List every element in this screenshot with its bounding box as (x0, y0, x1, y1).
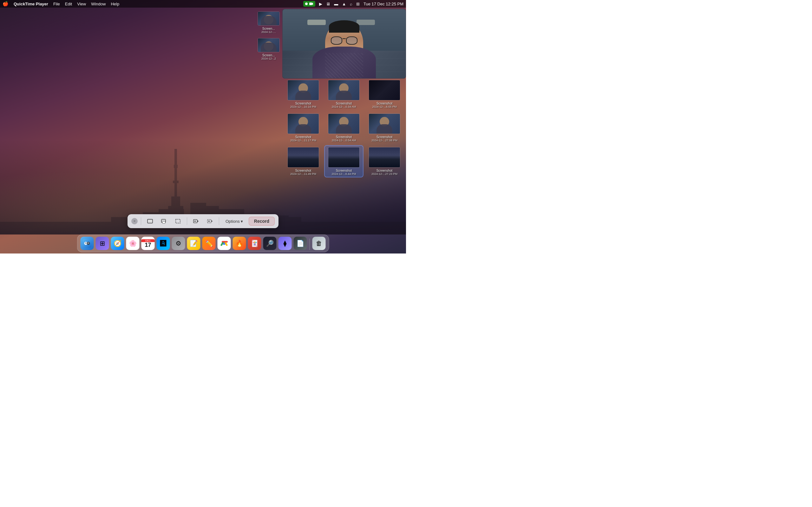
launchpad-icon: ⊞ (100, 239, 105, 247)
partial-screenshot-1[interactable]: Screen... 2024-12-.... (256, 10, 281, 35)
dock-appcloner[interactable]: ⧫ (278, 237, 292, 250)
record-full-button[interactable] (190, 217, 202, 226)
menubar: 🍎 QuickTime Player File Edit View Window… (0, 0, 406, 8)
apple-menu[interactable]: 🍎 (3, 1, 9, 7)
photos-icon: 🌸 (129, 239, 137, 247)
chrome-icon (220, 239, 229, 247)
shirt-pattern (325, 53, 363, 78)
scripteditor-icon: 📄 (296, 239, 304, 247)
screenshot-toolbar: × (128, 214, 278, 228)
camera-icon (309, 2, 313, 6)
screenshot-item-6[interactable]: Screenshot 2024-12-...10.16 PM (284, 78, 322, 110)
dock-flashcard[interactable]: 🃏 (248, 237, 261, 250)
options-label: Options (225, 219, 240, 224)
appstore-icon: 🅰 (160, 240, 166, 247)
svg-marker-17 (312, 3, 313, 5)
trash-icon: 🗑 (316, 240, 322, 247)
finder-icon (83, 239, 92, 248)
screenshot-item-8[interactable]: Screenshot 2024-12-...6.55 PM (365, 78, 403, 110)
options-button[interactable]: Options ▾ (222, 218, 246, 225)
fullscreen-capture-icon (147, 218, 153, 224)
clock: Tue 17 Dec 12:25 PM (363, 2, 403, 6)
camera-recording-indicator[interactable] (303, 1, 315, 7)
person-body (312, 47, 376, 78)
record-button[interactable]: Record (249, 217, 275, 226)
svg-rect-23 (176, 219, 180, 223)
svg-point-34 (88, 243, 89, 244)
window-capture-button[interactable] (158, 217, 170, 226)
flashcard-icon: 🃏 (251, 239, 258, 247)
screenshot-item-7[interactable]: Screenshot 2024-12-...0.34 AM (325, 78, 363, 110)
svg-point-33 (85, 243, 86, 244)
screenshot-item-13[interactable]: Screenshot 2024-12-...6.44 PM (325, 146, 363, 177)
screenshot-name-9: Screenshot (290, 135, 316, 139)
safari-icon: 🧭 (113, 239, 121, 247)
record-selection-button[interactable] (204, 217, 216, 226)
battery-icon[interactable]: ▬ (334, 2, 338, 6)
screenshot-name-14: Screenshot (371, 169, 397, 172)
partial-screenshot-area: Screen... 2024-12-.... Screen... 2024-12… (255, 9, 282, 63)
screenshot-date-11: 2024-12-...27.08 PM (371, 139, 397, 142)
dock-taskheat[interactable]: 🔥 (233, 237, 246, 250)
partial-list: Screen... 2024-12-.... Screen... 2024-12… (255, 9, 282, 63)
notes-icon: 📝 (190, 239, 198, 247)
menu-view[interactable]: View (77, 2, 86, 6)
svg-point-25 (194, 221, 196, 222)
dock-scripts[interactable]: ✏️ (202, 237, 216, 250)
app-name[interactable]: QuickTime Player (14, 2, 48, 6)
dock-separator (310, 239, 310, 250)
dock-settings[interactable]: ⚙ (172, 237, 185, 250)
rakuten-icon: 🔎 (266, 239, 274, 247)
control-center-icon[interactable]: ⊞ (356, 2, 360, 6)
desktop: 🍎 QuickTime Player File Edit View Window… (0, 0, 406, 253)
play-icon[interactable]: ▶ (319, 2, 322, 6)
dock-calendar[interactable]: DEC 17 (142, 237, 155, 250)
screenshot-item-10[interactable]: Screenshot 2024-12-...0.54 AM (325, 112, 363, 143)
screenshot-item-12[interactable]: Screenshot 2024-12-...11.49 PM (284, 146, 322, 177)
toolbar-close-button[interactable]: × (131, 218, 138, 224)
wifi-icon[interactable]: ▲ (342, 2, 346, 6)
menubar-left: 🍎 QuickTime Player File Edit View Window… (3, 1, 119, 7)
menubar-right: ▶ 🖥 ▬ ▲ ⌕ ⊞ Tue 17 Dec 12:25 PM (303, 1, 403, 7)
glasses-left (331, 37, 342, 45)
glasses-right (346, 37, 357, 45)
dock-search[interactable]: 🔎 (263, 237, 276, 250)
partial-screenshot-2[interactable]: Screen... 2024-12-..2 (256, 37, 281, 61)
screenshot-item-9[interactable]: Screenshot 2024-12-...11.17 PM (284, 112, 322, 143)
screenshot-date-6: 2024-12-...10.16 PM (290, 105, 316, 108)
dock-scripteditor[interactable]: 📄 (294, 237, 307, 250)
options-chevron: ▾ (241, 219, 243, 224)
menu-file[interactable]: File (53, 2, 60, 6)
camera-window[interactable] (282, 9, 406, 78)
menu-window[interactable]: Window (91, 2, 106, 6)
fullscreen-capture-button[interactable] (144, 217, 156, 226)
dock-photos[interactable]: 🌸 (126, 237, 140, 250)
screenshot-date-14: 2024-12-...27.23 PM (371, 172, 397, 176)
screenshot-name-6: Screenshot (290, 102, 316, 105)
svg-rect-19 (148, 220, 152, 222)
dock-launchpad[interactable]: ⊞ (96, 237, 109, 250)
record-full-icon (193, 218, 199, 224)
selection-capture-button[interactable] (172, 217, 184, 226)
toolbar-separator-3 (219, 217, 219, 225)
menu-help[interactable]: Help (111, 2, 119, 6)
dock-safari[interactable]: 🧭 (111, 237, 124, 250)
taskheat-icon: 🔥 (235, 239, 243, 247)
display-icon[interactable]: 🖥 (326, 2, 330, 6)
record-label: Record (254, 219, 269, 224)
dock-appstore[interactable]: 🅰 (157, 237, 170, 250)
dock-trash[interactable]: 🗑 (312, 237, 326, 250)
record-selection-icon (207, 218, 213, 224)
screenshot-date-10: 2024-12-...0.54 AM (332, 139, 356, 142)
search-icon[interactable]: ⌕ (350, 2, 352, 6)
settings-icon: ⚙ (176, 239, 182, 247)
screenshot-item-11[interactable]: Screenshot 2024-12-...27.08 PM (365, 112, 403, 143)
dock-chrome[interactable] (217, 237, 231, 250)
menu-edit[interactable]: Edit (65, 2, 72, 6)
screenshot-name-12: Screenshot (290, 169, 316, 172)
screenshot-item-14[interactable]: Screenshot 2024-12-...27.23 PM (365, 146, 403, 177)
dock-notes[interactable]: 📝 (187, 237, 200, 250)
selection-capture-icon (175, 218, 181, 224)
window-capture-icon (161, 218, 167, 224)
dock-finder[interactable] (81, 237, 94, 250)
